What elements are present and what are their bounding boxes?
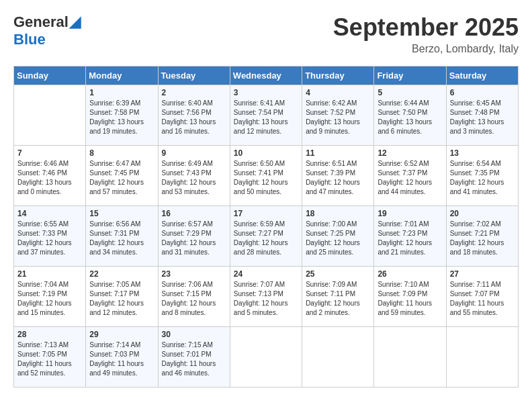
sunrise-text: Sunrise: 7:11 AM [450, 281, 501, 288]
daylight-text: Daylight: 13 hours and 16 minutes. [162, 118, 216, 135]
day-info: Sunrise: 7:07 AM Sunset: 7:13 PM Dayligh… [234, 280, 298, 318]
sunrise-text: Sunrise: 6:51 AM [306, 160, 357, 167]
day-info: Sunrise: 7:13 AM Sunset: 7:05 PM Dayligh… [17, 340, 82, 378]
sunset-text: Sunset: 7:45 PM [89, 169, 139, 177]
sunset-text: Sunset: 7:41 PM [234, 169, 283, 177]
daylight-text: Daylight: 12 hours and 57 minutes. [89, 179, 144, 195]
daylight-text: Daylight: 12 hours and 41 minutes. [450, 179, 504, 195]
table-row: 24 Sunrise: 7:07 AM Sunset: 7:13 PM Dayl… [230, 267, 302, 327]
daylight-text: Daylight: 12 hours and 2 minutes. [306, 300, 360, 316]
sunset-text: Sunset: 7:07 PM [450, 290, 500, 298]
day-info: Sunrise: 6:40 AM Sunset: 7:56 PM Dayligh… [162, 99, 226, 136]
daylight-text: Daylight: 12 hours and 31 minutes. [162, 239, 216, 256]
sunset-text: Sunset: 7:33 PM [17, 230, 67, 237]
day-info: Sunrise: 7:05 AM Sunset: 7:17 PM Dayligh… [89, 280, 154, 318]
day-info: Sunrise: 6:46 AM Sunset: 7:46 PM Dayligh… [17, 159, 82, 197]
calendar-table: Sunday Monday Tuesday Wednesday Thursday… [13, 66, 519, 387]
sunrise-text: Sunrise: 6:59 AM [234, 220, 285, 228]
day-number: 22 [89, 269, 154, 279]
day-info: Sunrise: 6:55 AM Sunset: 7:33 PM Dayligh… [17, 220, 82, 257]
daylight-text: Daylight: 12 hours and 21 minutes. [378, 239, 432, 256]
day-number: 25 [306, 269, 370, 279]
table-row: 25 Sunrise: 7:09 AM Sunset: 7:11 PM Dayl… [302, 267, 374, 327]
table-row: 6 Sunrise: 6:45 AM Sunset: 7:48 PM Dayli… [446, 85, 518, 146]
day-number: 10 [234, 148, 298, 158]
sunrise-text: Sunrise: 7:02 AM [450, 220, 501, 228]
daylight-text: Daylight: 12 hours and 5 minutes. [234, 300, 288, 316]
header-sunday: Sunday [14, 66, 86, 85]
sunset-text: Sunset: 7:23 PM [378, 230, 427, 237]
day-info: Sunrise: 7:01 AM Sunset: 7:23 PM Dayligh… [378, 220, 442, 257]
sunset-text: Sunset: 7:17 PM [89, 290, 139, 298]
sunrise-text: Sunrise: 7:13 AM [17, 341, 69, 349]
daylight-text: Daylight: 11 hours and 55 minutes. [450, 300, 504, 316]
header-friday: Friday [374, 66, 446, 85]
table-row [14, 85, 86, 146]
day-info: Sunrise: 6:59 AM Sunset: 7:27 PM Dayligh… [234, 220, 298, 257]
day-info: Sunrise: 6:51 AM Sunset: 7:39 PM Dayligh… [306, 159, 370, 197]
table-row: 22 Sunrise: 7:05 AM Sunset: 7:17 PM Dayl… [86, 267, 158, 327]
sunrise-text: Sunrise: 7:00 AM [306, 220, 357, 228]
sunset-text: Sunset: 7:58 PM [89, 109, 139, 116]
daylight-text: Daylight: 13 hours and 0 minutes. [17, 179, 72, 195]
day-number: 8 [89, 148, 154, 158]
logo-blue: Blue [13, 31, 46, 48]
daylight-text: Daylight: 12 hours and 8 minutes. [162, 300, 216, 316]
day-number: 23 [162, 269, 226, 279]
sunrise-text: Sunrise: 6:45 AM [450, 99, 501, 107]
day-number: 21 [17, 269, 82, 279]
sunrise-text: Sunrise: 6:42 AM [306, 99, 357, 107]
day-info: Sunrise: 6:47 AM Sunset: 7:45 PM Dayligh… [89, 159, 154, 197]
sunrise-text: Sunrise: 6:44 AM [378, 99, 429, 107]
sunset-text: Sunset: 7:25 PM [306, 230, 355, 237]
table-row: 19 Sunrise: 7:01 AM Sunset: 7:23 PM Dayl… [374, 206, 446, 267]
logo-icon: ◢ [69, 13, 81, 31]
sunrise-text: Sunrise: 7:06 AM [162, 281, 213, 288]
day-number: 30 [162, 330, 226, 339]
daylight-text: Daylight: 12 hours and 12 minutes. [89, 300, 144, 316]
header-wednesday: Wednesday [230, 66, 302, 85]
page-header: General ◢ Blue September 2025 Berzo, Lom… [13, 13, 519, 55]
day-number: 16 [162, 209, 226, 218]
sunrise-text: Sunrise: 6:50 AM [234, 160, 285, 167]
table-row: 9 Sunrise: 6:49 AM Sunset: 7:43 PM Dayli… [158, 146, 230, 206]
sunset-text: Sunset: 7:13 PM [234, 290, 283, 298]
table-row: 8 Sunrise: 6:47 AM Sunset: 7:45 PM Dayli… [86, 146, 158, 206]
sunrise-text: Sunrise: 6:41 AM [234, 99, 285, 107]
day-number: 18 [306, 209, 370, 218]
sunset-text: Sunset: 7:39 PM [306, 169, 355, 177]
sunrise-text: Sunrise: 7:10 AM [378, 281, 429, 288]
table-row: 5 Sunrise: 6:44 AM Sunset: 7:50 PM Dayli… [374, 85, 446, 146]
sunrise-text: Sunrise: 6:57 AM [162, 220, 213, 228]
daylight-text: Daylight: 12 hours and 34 minutes. [89, 239, 144, 256]
sunset-text: Sunset: 7:50 PM [378, 109, 427, 116]
day-info: Sunrise: 6:50 AM Sunset: 7:41 PM Dayligh… [234, 159, 298, 197]
day-number: 2 [162, 88, 226, 97]
daylight-text: Daylight: 12 hours and 50 minutes. [234, 179, 288, 195]
day-info: Sunrise: 6:52 AM Sunset: 7:37 PM Dayligh… [378, 159, 442, 197]
daylight-text: Daylight: 11 hours and 46 minutes. [162, 360, 216, 377]
table-row: 18 Sunrise: 7:00 AM Sunset: 7:25 PM Dayl… [302, 206, 374, 267]
day-number: 29 [89, 330, 154, 339]
sunrise-text: Sunrise: 6:46 AM [17, 160, 69, 167]
daylight-text: Daylight: 12 hours and 25 minutes. [306, 239, 360, 256]
sunrise-text: Sunrise: 6:56 AM [89, 220, 140, 228]
day-info: Sunrise: 7:04 AM Sunset: 7:19 PM Dayligh… [17, 280, 82, 318]
day-number: 19 [378, 209, 442, 218]
sunrise-text: Sunrise: 6:55 AM [17, 220, 69, 228]
day-number: 1 [89, 88, 154, 97]
daylight-text: Daylight: 12 hours and 53 minutes. [162, 179, 216, 195]
sunrise-text: Sunrise: 6:52 AM [378, 160, 429, 167]
calendar-week-row: 7 Sunrise: 6:46 AM Sunset: 7:46 PM Dayli… [14, 146, 519, 206]
daylight-text: Daylight: 12 hours and 37 minutes. [17, 239, 72, 256]
day-number: 17 [234, 209, 298, 218]
sunset-text: Sunset: 7:03 PM [89, 351, 139, 358]
daylight-text: Daylight: 13 hours and 6 minutes. [378, 118, 432, 135]
table-row: 26 Sunrise: 7:10 AM Sunset: 7:09 PM Dayl… [374, 267, 446, 327]
sunrise-text: Sunrise: 7:15 AM [162, 341, 213, 349]
sunrise-text: Sunrise: 7:09 AM [306, 281, 357, 288]
table-row: 10 Sunrise: 6:50 AM Sunset: 7:41 PM Dayl… [230, 146, 302, 206]
sunset-text: Sunset: 7:54 PM [234, 109, 283, 116]
sunset-text: Sunset: 7:43 PM [162, 169, 212, 177]
daylight-text: Daylight: 11 hours and 52 minutes. [17, 360, 72, 377]
